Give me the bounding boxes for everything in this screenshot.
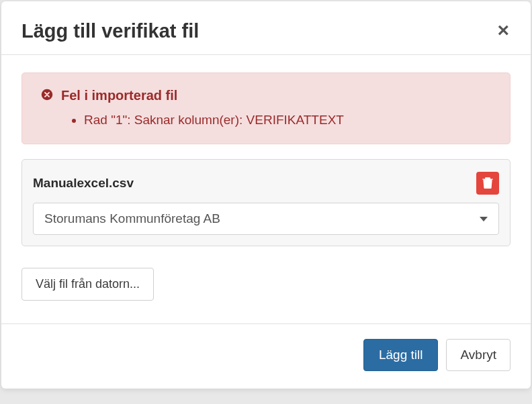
submit-button[interactable]: Lägg till <box>363 339 439 371</box>
close-icon: × <box>497 19 509 41</box>
trash-icon <box>482 176 493 191</box>
svg-rect-3 <box>489 181 490 187</box>
svg-rect-1 <box>486 181 486 187</box>
modal-body: Fel i importerad fil Rad "1": Saknar kol… <box>1 55 531 307</box>
delete-file-button[interactable] <box>476 172 499 195</box>
svg-rect-2 <box>487 181 488 187</box>
alert-title: Fel i importerad fil <box>61 88 177 103</box>
alert-error-item: Rad "1": Saknar kolumn(er): VERIFIKATTEX… <box>84 113 491 128</box>
file-name: Manualexcel.csv <box>33 176 134 191</box>
cancel-button[interactable]: Avbryt <box>446 339 511 371</box>
dropdown-selected-label: Storumans Kommunföretag AB <box>44 211 220 226</box>
company-dropdown[interactable]: Storumans Kommunföretag AB <box>33 203 499 235</box>
chevron-down-icon <box>480 217 488 221</box>
modal-title: Lägg till verifikat fil <box>21 20 199 42</box>
file-row: Manualexcel.csv <box>33 172 499 195</box>
modal-footer: Lägg till Avbryt <box>1 323 531 389</box>
modal-dialog: Lägg till verifikat fil × Fel i importer… <box>1 1 531 389</box>
choose-file-button[interactable]: Välj fil från datorn... <box>21 268 154 301</box>
alert-error-list: Rad "1": Saknar kolumn(er): VERIFIKATTEX… <box>84 113 491 128</box>
alert-header: Fel i importerad fil <box>41 88 491 103</box>
error-alert: Fel i importerad fil Rad "1": Saknar kol… <box>21 72 511 144</box>
file-block: Manualexcel.csv Storumans Kommunföretag … <box>21 159 511 246</box>
close-button[interactable]: × <box>496 20 511 40</box>
error-circle-icon <box>41 89 53 103</box>
modal-header: Lägg till verifikat fil × <box>1 1 531 55</box>
